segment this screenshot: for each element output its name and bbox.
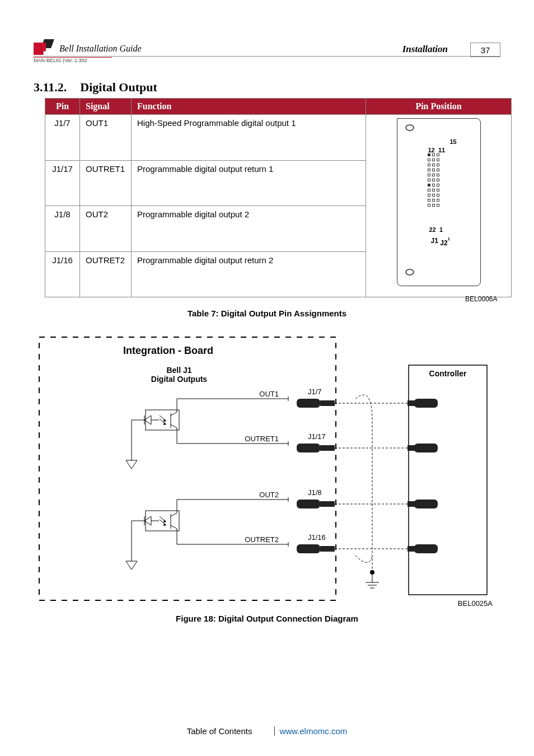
- label-outret2: OUTRET2: [245, 535, 279, 544]
- version-line: MAN-BELIG (Ver. 1.302: [34, 57, 112, 63]
- cell-function: Programmable digital output return 2: [132, 251, 366, 297]
- section-number: 3.11.2.: [34, 80, 67, 95]
- cell-signal: OUTRET1: [80, 160, 132, 206]
- page-footer: Table of Contents www.elmomc.com: [0, 726, 534, 736]
- page-number: 37: [470, 43, 500, 57]
- shield-ground-icon: [355, 395, 379, 588]
- label-digital-outputs: Digital Outputs: [151, 375, 208, 384]
- th-pin: Pin: [45, 99, 80, 115]
- mounting-hole-icon: [405, 269, 414, 276]
- table-caption: Table 7: Digital Output Pin Assignments: [34, 309, 500, 318]
- footer-toc[interactable]: Table of Contents: [187, 726, 252, 736]
- cell-pin: J1/8: [45, 206, 80, 252]
- cell-function: Programmable digital output return 1: [132, 160, 366, 206]
- label-out1: OUT1: [259, 390, 279, 398]
- pin-label: 12 11: [428, 147, 446, 153]
- table-row: J1/7 OUT1 High-Speed Programmable digita…: [45, 115, 512, 161]
- pin-grid-icon: [428, 153, 439, 207]
- svg-rect-16: [297, 399, 320, 408]
- label-j1-16: J1/16: [308, 533, 326, 542]
- svg-marker-10: [126, 460, 137, 469]
- pin-label: J1 J21: [431, 236, 451, 245]
- pin-label: 15: [450, 138, 457, 145]
- th-position: Pin Position: [366, 99, 512, 115]
- label-j1-7: J1/7: [308, 388, 322, 396]
- header-section-title: Installation: [402, 44, 448, 55]
- figure-diagram-code: BEL0025A: [458, 599, 493, 608]
- section-title: Digital Output: [80, 80, 157, 95]
- output-group-2: OUT2 J1/8 OUTRET2 J1/16: [126, 488, 438, 570]
- page-header: Bell Installation Guide Installation 37: [34, 39, 500, 57]
- svg-rect-2: [146, 410, 179, 430]
- th-function: Function: [132, 99, 366, 115]
- svg-rect-19: [414, 399, 438, 408]
- figure-caption: Figure 18: Digital Output Connection Dia…: [34, 614, 500, 623]
- svg-rect-28: [146, 511, 179, 531]
- pin-label: 22 1: [429, 226, 443, 233]
- section-heading: 3.11.2. Digital Output: [34, 80, 500, 95]
- svg-rect-45: [407, 501, 415, 507]
- cell-signal: OUT1: [80, 115, 132, 161]
- svg-rect-24: [320, 445, 335, 451]
- svg-rect-41: [297, 500, 320, 508]
- svg-rect-49: [320, 546, 335, 552]
- svg-rect-23: [297, 444, 320, 452]
- label-bell-j1: Bell J1: [166, 366, 191, 375]
- company-logo: [34, 39, 53, 55]
- cell-pin: J1/16: [45, 251, 80, 297]
- connector-diagram: 15 12 11: [380, 118, 498, 292]
- schematic-svg: Integration - Board Bell J1 Digital Outp…: [34, 332, 500, 612]
- svg-rect-51: [414, 544, 438, 553]
- header-left: Bell Installation Guide: [34, 39, 142, 55]
- connection-diagram-figure: Integration - Board Bell J1 Digital Outp…: [34, 332, 500, 612]
- output-group-1: OUT1 J1/7 OUTRET1 J1/17: [126, 388, 438, 469]
- cell-pin: J1/17: [45, 160, 80, 206]
- label-j1-17: J1/17: [308, 432, 326, 441]
- cell-pin: J1/7: [45, 115, 80, 161]
- cell-function: High-Speed Programmable digital output 1: [132, 115, 366, 161]
- guide-title: Bell Installation Guide: [59, 44, 142, 54]
- cell-function: Programmable digital output 2: [132, 206, 366, 252]
- svg-rect-52: [407, 546, 415, 552]
- label-integration-board: Integration - Board: [123, 345, 213, 356]
- connector-outline: 15 12 11: [397, 118, 481, 286]
- svg-rect-44: [414, 500, 438, 508]
- cell-signal: OUT2: [80, 206, 132, 252]
- th-signal: Signal: [80, 99, 132, 115]
- diagram-code: BEL0006A: [465, 295, 497, 303]
- svg-rect-26: [414, 444, 438, 452]
- label-controller: Controller: [429, 369, 467, 378]
- svg-rect-27: [407, 445, 415, 451]
- svg-rect-20: [407, 400, 415, 406]
- label-outret1: OUTRET1: [245, 435, 279, 443]
- mounting-hole-icon: [405, 124, 414, 131]
- svg-rect-17: [320, 400, 335, 406]
- cell-signal: OUTRET2: [80, 251, 132, 297]
- digital-output-pin-table: Pin Signal Function Pin Position J1/7 OU…: [45, 98, 512, 297]
- pin-position-diagram-cell: 15 12 11: [366, 115, 512, 297]
- svg-rect-48: [297, 544, 320, 553]
- label-out2: OUT2: [259, 491, 279, 499]
- label-j1-8: J1/8: [308, 488, 322, 497]
- footer-url-link[interactable]: www.elmomc.com: [274, 726, 347, 736]
- svg-marker-36: [126, 561, 137, 570]
- svg-rect-42: [320, 501, 335, 507]
